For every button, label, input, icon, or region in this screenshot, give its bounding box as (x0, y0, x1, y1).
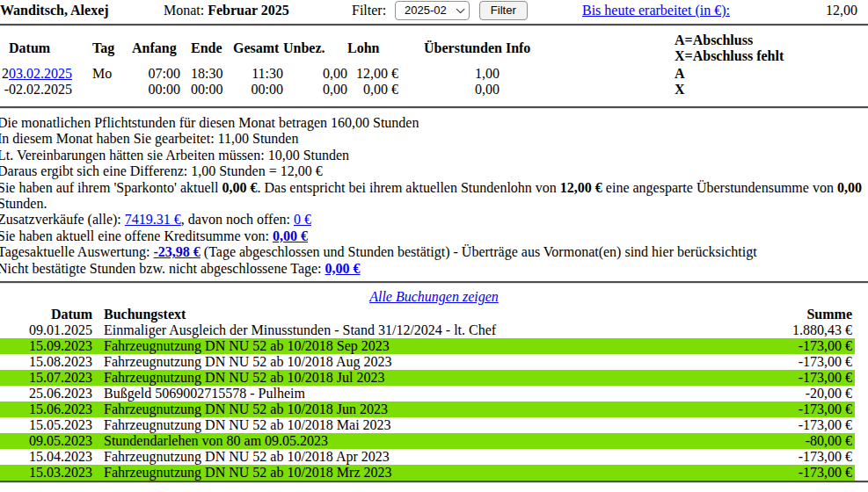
summary-tagesauswertung: Tagesaktuelle Auswertung: -23,98 € (Tage… (0, 244, 868, 260)
summary-pflichtstunden: Die monatlichen Pflichtstunden für diese… (0, 115, 868, 131)
timesheet-row: - 02.02.2025 00:00 00:00 00:00 0,00 0,00… (0, 82, 868, 98)
filter-button[interactable]: Filter (479, 1, 528, 20)
timesheet-start-cell: 00:00 (132, 82, 180, 98)
bookings-col-text: Buchungstext (92, 307, 736, 322)
booking-sum: -173,00 € (736, 402, 855, 417)
booking-text: Fahrzeugnutzung DN NU 52 ab 10/2018 Jul … (92, 370, 736, 386)
booking-date: 15.09.2023 (0, 338, 92, 354)
legend-text-x: =Abschluss fehlt (685, 48, 784, 63)
booking-sum: 1.880,43 € (736, 322, 855, 338)
booking-text: Stundendarlehen von 80 am 09.05.2023 (92, 433, 736, 449)
divider (0, 481, 868, 483)
summary-gearbeitet: In diesem Monat haben Sie gearbeitet: 11… (0, 131, 868, 147)
booking-date: 15.05.2023 (0, 417, 92, 433)
booking-row: 15.04.2023 Fahrzeugnutzung DN NU 52 ab 1… (0, 449, 855, 465)
booking-sum: -173,00 € (736, 354, 855, 370)
col-header-unbez: Unbez. (283, 31, 347, 66)
zusatzverkaeufe-link[interactable]: 7419.31 € (125, 212, 181, 227)
booking-date: 09.01.2025 (0, 322, 92, 338)
month-filter-value: 2025-02 (405, 4, 447, 17)
timesheet-day-cell (92, 82, 132, 98)
filter-controls: Filter: 2025-02 Filter (352, 1, 528, 20)
booking-text: Fahrzeugnutzung DN NU 52 ab 10/2018 Aug … (92, 354, 736, 370)
col-header-ende: Ende (180, 31, 233, 66)
legend-key-a: A (675, 33, 685, 47)
top-header: Wanditsch, Alexej Monat: Februar 2025 Fi… (0, 0, 868, 24)
bookings-col-summe: Summe (736, 307, 855, 322)
timesheet-wage-cell: 12,00 € (347, 66, 398, 82)
month-filter-select[interactable]: 2025-02 (395, 1, 470, 20)
booking-date: 15.06.2023 (0, 402, 92, 417)
booking-row: 15.03.2023 Fahrzeugnutzung DN NU 52 ab 1… (0, 465, 855, 481)
booking-text: Einmaliger Ausgleich der Minusstunden - … (92, 322, 736, 338)
booking-date: 15.04.2023 (0, 449, 92, 465)
booking-date: 09.05.2023 (0, 433, 92, 449)
booking-row: 15.06.2023 Fahrzeugnutzung DN NU 52 ab 1… (0, 402, 855, 417)
bookings-header-row: Datum Buchungstext Summe (0, 307, 855, 322)
summary-sparkonto: Sie haben auf ihrem 'Sparkonto' aktuell … (0, 180, 868, 213)
booking-row: 15.05.2023 Fahrzeugnutzung DN NU 52 ab 1… (0, 417, 855, 433)
employee-name: Wanditsch, Alexej (0, 3, 109, 18)
timesheet-abschluss-mark: X (530, 82, 868, 98)
col-header-anfang: Anfang (132, 31, 180, 66)
timesheet-start-cell: 07:00 (132, 66, 180, 82)
show-all-bookings: Alle Buchungen zeigen (0, 289, 868, 305)
booking-sum: -20,00 € (736, 386, 855, 402)
divider (0, 281, 868, 284)
booking-sum: -173,00 € (736, 338, 855, 354)
unbestaetigte-stunden-link[interactable]: 0,00 € (325, 261, 361, 276)
booking-row: 09.01.2025 Einmaliger Ausgleich der Minu… (0, 322, 855, 338)
earned-to-date-link[interactable]: Bis heute erarbeitet (in €): (582, 3, 730, 18)
booking-text: Fahrzeugnutzung DN NU 52 ab 10/2018 Jun … (92, 402, 736, 417)
sparkonto-text: Stunden. (0, 196, 47, 211)
booking-row: 15.08.2023 Fahrzeugnutzung DN NU 52 ab 1… (0, 354, 855, 370)
cutoff-column-header (0, 31, 9, 66)
sparkonto-text: eine angesparte Überstundensumme von (602, 180, 834, 195)
booking-text: Fahrzeugnutzung DN NU 52 ab 10/2018 Mrz … (92, 465, 736, 481)
col-header-lohn: Lohn (347, 31, 398, 66)
timesheet-overtime-cell: 0,00 (398, 82, 530, 98)
booking-row: 25.06.2023 Bußgeld 5069002715578 - Pulhe… (0, 386, 855, 402)
month-display: Monat: Februar 2025 (164, 3, 289, 18)
booking-date: 25.06.2023 (0, 386, 92, 402)
noch-offen-link[interactable]: 0 € (294, 212, 311, 227)
booking-date: 15.08.2023 (0, 354, 92, 370)
booking-text: Bußgeld 5069002715578 - Pulheim (92, 386, 736, 402)
timesheet-day-cell: Mo (92, 66, 132, 82)
booking-text: Fahrzeugnutzung DN NU 52 ab 10/2018 Apr … (92, 449, 736, 465)
zusatz-text: Zusatzverkäufe (alle): (0, 212, 125, 227)
booking-text: Fahrzeugnutzung DN NU 52 ab 10/2018 Mai … (92, 417, 736, 433)
summary-zusatzverkaeufe: Zusatzverkäufe (alle): 7419.31 €, davon … (0, 212, 868, 228)
summary-vereinbarung: Lt. Vereinbarungen hätten sie Arbeiten m… (0, 148, 868, 163)
tagesauswertung-link[interactable]: -23,98 € (154, 244, 201, 259)
sparkonto-text: Sie haben auf ihrem 'Sparkonto' aktuell (0, 180, 222, 195)
filter-label: Filter: (352, 3, 386, 18)
summary-kreditsumme: Sie haben aktuell eine offene Kreditsumm… (0, 228, 868, 244)
booking-date: 15.03.2023 (0, 465, 92, 481)
legend-key-x: X (675, 48, 685, 63)
timesheet-wage-cell: 0,00 € (347, 82, 398, 98)
timesheet-table: Datum Tag Anfang Ende Gesamt Unbez. Lohn… (0, 31, 868, 98)
kreditsumme-link[interactable]: 0,00 € (273, 228, 308, 243)
timesheet-unpaid-cell: 0,00 (283, 82, 347, 98)
divider (0, 106, 868, 109)
abschluss-legend: A=Abschluss X=Abschluss fehlt (530, 31, 868, 66)
sparkonto-text: . Das entspricht bei ihrem aktuellen Stu… (257, 180, 559, 195)
timesheet-date-link[interactable]: 03.02.2025 (9, 66, 72, 81)
booking-date: 15.07.2023 (0, 370, 92, 386)
booking-text: Fahrzeugnutzung DN NU 52 ab 10/2018 Sep … (92, 338, 736, 354)
timesheet-overtime-cell: 1,00 (398, 66, 530, 82)
booking-sum: -80,00 € (736, 433, 855, 449)
col-header-gesamt: Gesamt (233, 31, 283, 66)
unbestaetigt-text: Nicht bestätigte Stunden bzw. nicht abge… (0, 261, 325, 276)
booking-row: 15.07.2023 Fahrzeugnutzung DN NU 52 ab 1… (0, 370, 855, 386)
show-all-bookings-link[interactable]: Alle Buchungen zeigen (369, 289, 499, 304)
month-label: Monat: (164, 3, 204, 18)
timesheet-end-cell: 00:00 (180, 82, 233, 98)
booking-sum: -173,00 € (736, 417, 855, 433)
bookings-col-datum: Datum (0, 307, 92, 322)
timesheet-end-cell: 18:30 (180, 66, 233, 82)
booking-sum: -173,00 € (736, 465, 855, 481)
chevron-down-icon (456, 4, 464, 13)
timesheet-header-row: Datum Tag Anfang Ende Gesamt Unbez. Lohn… (0, 31, 868, 66)
